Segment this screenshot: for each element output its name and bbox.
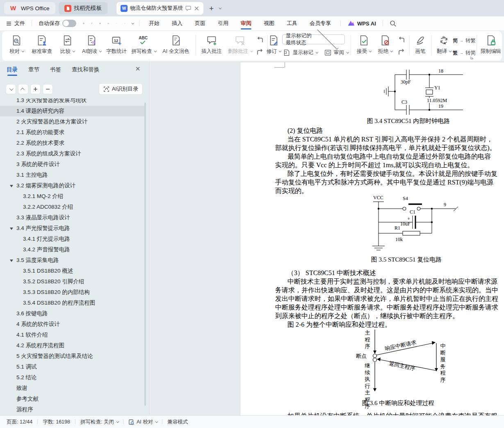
menu-tab-5[interactable]: 审阅 <box>235 16 258 30</box>
word-count-button[interactable]: 12 字数统计 <box>104 35 129 60</box>
toc-item[interactable]: 4.1 软件介绍 <box>0 330 146 340</box>
print-icon[interactable] <box>96 19 104 27</box>
menu-tab-1[interactable]: 开始 <box>143 16 166 30</box>
expand-arrow-icon[interactable] <box>10 260 13 262</box>
toc-item[interactable]: 3.5.3 DS18B20 的内部结构 <box>0 287 146 298</box>
compatibility-mode-badge[interactable]: 兼容模式 <box>167 419 188 426</box>
previous-change-button[interactable] <box>397 36 406 45</box>
export-pdf-icon[interactable] <box>88 19 96 27</box>
menu-tab-7[interactable]: 工具 <box>281 16 303 30</box>
redo-icon[interactable] <box>121 19 129 27</box>
toc-item[interactable]: 4 系统的软件设计 <box>0 319 146 330</box>
spell-check-status[interactable]: 拼写检查: 关闭 <box>80 419 118 426</box>
expand-all-button[interactable] <box>18 84 28 94</box>
sidebar-close-icon[interactable]: ✕ <box>135 66 141 72</box>
autosave-control[interactable]: 自动保存 <box>35 20 80 27</box>
markup-state-combobox[interactable]: 显示标记的最终状态 <box>282 34 345 44</box>
simplified-char-icon: 简 <box>453 38 458 43</box>
history-chevron-icon[interactable] <box>131 21 134 24</box>
standard-review-button[interactable]: 标准审查 <box>29 35 55 60</box>
toc-item[interactable]: 3.2.1 MQ-2 介绍 <box>0 191 146 202</box>
toc-item[interactable]: 参考文献 <box>0 394 146 404</box>
sidebar-tab-2[interactable]: 章节 <box>28 66 39 75</box>
expand-arrow-icon[interactable] <box>10 185 13 187</box>
zoom-out-outline-button[interactable] <box>43 84 53 94</box>
toc-item[interactable]: 3.3 液晶显示电路设计 <box>0 212 146 223</box>
toc-item[interactable]: 3.4.2 声音报警电路 <box>0 244 146 255</box>
tab-docer-templates[interactable]: 找稻壳模板 <box>59 2 108 14</box>
tab-list-chevron-icon[interactable] <box>219 6 222 9</box>
toc-item[interactable]: 4.2 系统程序流程图 <box>0 340 146 351</box>
page-indicator[interactable]: 页面: 12/44 <box>7 419 32 426</box>
toc-item[interactable]: 5.1 调试 <box>0 362 146 372</box>
spell-check-button[interactable]: ABC 拼写检查 <box>130 35 157 60</box>
document-page[interactable]: 30pF 18 Y1 11.0592M C3 19 图 3.4 STC89C51… <box>240 62 504 415</box>
toc-item[interactable]: 5 火灾报警器的测试结果及结论 <box>0 351 146 362</box>
menu-tab-8[interactable]: 会员专享 <box>303 16 337 30</box>
simplified-to-traditional-button[interactable]: 简→ 转繁 <box>453 36 476 46</box>
sidebar-tab-1[interactable]: 目录 <box>7 66 18 75</box>
toc-item[interactable]: 3.6 按键电路 <box>0 308 146 319</box>
track-changes-button[interactable]: 修订 <box>262 35 285 60</box>
dialog-launcher-icon[interactable] <box>470 56 474 60</box>
toc-item[interactable]: 1.4 课题的研究内容 <box>0 106 146 116</box>
wps-ai-button[interactable]: WPS AI <box>344 20 379 27</box>
menu-tab-6[interactable]: 视图 <box>258 16 281 30</box>
toc-item[interactable]: 3 系统的硬件设计 <box>0 159 146 170</box>
collapse-all-button[interactable] <box>6 84 16 94</box>
show-markup-button[interactable]: 显示标记 <box>283 48 317 57</box>
save-icon[interactable] <box>80 19 88 27</box>
autosave-toggle[interactable] <box>62 20 76 27</box>
compare-button[interactable]: 比较 <box>57 35 78 60</box>
new-tab-button[interactable]: + <box>209 5 214 12</box>
ai-recognize-outline-button[interactable]: AI识别目录 <box>99 83 143 95</box>
toc-item[interactable]: 3.1 主控电路 <box>0 170 146 180</box>
reject-button[interactable]: 拒绝 <box>375 35 395 60</box>
sidebar-scrollbar[interactable] <box>144 102 146 406</box>
chat-bubble-icon[interactable] <box>185 5 192 11</box>
toc-item[interactable]: 2.2 系统的技术要求 <box>0 138 146 148</box>
ai-read-button[interactable]: AI朗读 <box>79 35 104 60</box>
toc-item[interactable]: 5.2 结论 <box>0 372 146 383</box>
tab-wps-office[interactable]: W WPS Office <box>4 2 55 14</box>
zoom-in-outline-button[interactable] <box>30 84 41 94</box>
search-icon[interactable] <box>389 19 397 27</box>
toc-item[interactable]: 2.1 系统的功能要求 <box>0 127 146 138</box>
translate-button[interactable]: 文A 翻译 <box>433 35 454 60</box>
close-icon[interactable] <box>194 6 199 11</box>
pen-button[interactable]: 画笔 <box>410 35 431 60</box>
expand-arrow-icon[interactable] <box>10 228 13 230</box>
toc-item[interactable]: 1.3 火灾报警器的发展与现状 <box>0 98 146 106</box>
insert-comment-button[interactable]: 插入批注 <box>199 35 224 60</box>
menu-tab-3[interactable]: 页面 <box>189 16 212 30</box>
sidebar-tab-3[interactable]: 书签 <box>50 66 61 75</box>
print-preview-icon[interactable] <box>104 19 112 27</box>
ai-proofread-status[interactable]: AI 校对 <box>128 419 157 426</box>
menu-tab-4[interactable]: 引用 <box>212 16 235 30</box>
toc-item[interactable]: 致谢 <box>0 383 146 394</box>
toc-item[interactable]: 3.5 温度采集电路 <box>0 255 146 266</box>
ai-polish-button[interactable]: AI 全文润色 <box>159 35 193 60</box>
toc-item[interactable]: 2 火灾报警器的总体方案设计 <box>0 116 146 127</box>
proofread-button[interactable]: 校对 <box>5 35 28 60</box>
sidebar-tab-4[interactable]: 查找和替换 <box>72 66 100 75</box>
toc-item[interactable]: 3.4 声光报警提示电路 <box>0 223 146 234</box>
toc-item[interactable]: 3.4.1 灯光提示电路 <box>0 234 146 244</box>
word-count-indicator[interactable]: 字数: 16198 <box>43 419 70 426</box>
toc-item[interactable]: 3.2.2 ADC0832 介绍 <box>0 202 146 212</box>
restrict-editing-button[interactable]: 限制编辑 <box>479 35 503 60</box>
undo-icon[interactable] <box>112 19 121 27</box>
menu-tab-2[interactable]: 插入 <box>166 16 189 30</box>
toc-item[interactable]: 3.5.2 DS18B20 引脚介绍 <box>0 276 146 287</box>
toc-item[interactable]: 3.2 烟雾探测电路的设计 <box>0 180 146 191</box>
tab-document-active[interactable]: W 物流仓储防火预警系统设计 与 <box>116 2 203 15</box>
next-change-button[interactable] <box>397 48 406 57</box>
review-pane-button[interactable]: 审阅 <box>324 48 348 57</box>
toc-item[interactable]: 3.5.4 DS18B20 的程序流程图 <box>0 298 146 308</box>
accept-button[interactable]: 接受 <box>353 35 374 60</box>
toc-item[interactable]: 源程序 <box>0 404 146 415</box>
delete-comment-button[interactable]: 删除批注 <box>226 35 254 60</box>
toc-item[interactable]: 3.5.1 DS18B20 概述 <box>0 266 146 276</box>
file-menu-button[interactable]: 文件 <box>2 20 28 27</box>
toc-item[interactable]: 2.3 系统的组成及方案设计 <box>0 148 146 159</box>
